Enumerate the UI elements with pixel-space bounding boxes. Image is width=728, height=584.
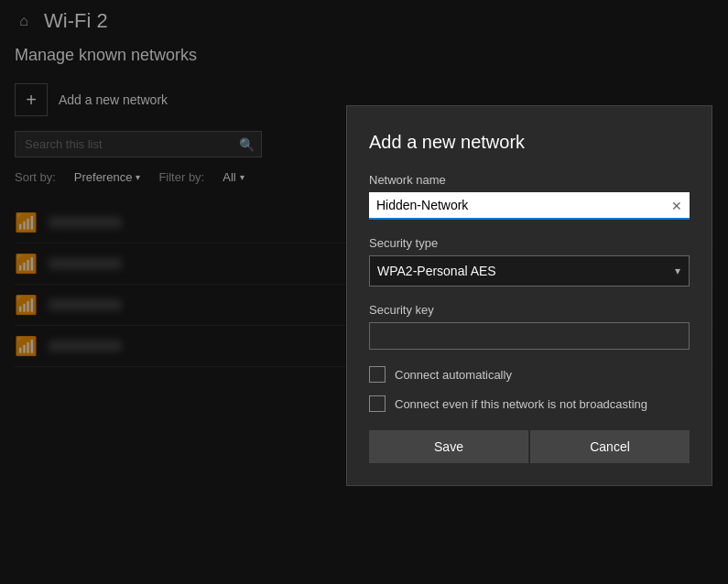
- connect-auto-row: Connect automatically: [369, 366, 690, 383]
- connect-auto-label: Connect automatically: [395, 368, 512, 382]
- network-name-input[interactable]: [369, 192, 690, 220]
- security-type-select[interactable]: Open WEP WPA2-Personal AES WPA2-Personal…: [369, 255, 690, 287]
- connect-auto-checkbox[interactable]: [369, 366, 386, 383]
- security-key-label: Security key: [369, 303, 690, 317]
- connect-no-broadcast-row: Connect even if this network is not broa…: [369, 395, 690, 412]
- network-name-label: Network name: [369, 173, 690, 187]
- add-network-modal: Add a new network Network name ✕ Securit…: [346, 105, 712, 486]
- network-name-field-wrap: ✕: [369, 192, 690, 220]
- security-type-dropdown-wrap: Open WEP WPA2-Personal AES WPA2-Personal…: [369, 255, 690, 287]
- security-key-input[interactable]: [369, 322, 690, 350]
- button-row: Save Cancel: [369, 430, 690, 463]
- security-type-label: Security type: [369, 236, 690, 250]
- save-button[interactable]: Save: [369, 430, 528, 463]
- clear-icon[interactable]: ✕: [671, 199, 682, 213]
- cancel-button[interactable]: Cancel: [530, 430, 690, 463]
- modal-title: Add a new network: [369, 132, 690, 153]
- connect-no-broadcast-checkbox[interactable]: [369, 395, 386, 412]
- connect-no-broadcast-label: Connect even if this network is not broa…: [395, 397, 647, 411]
